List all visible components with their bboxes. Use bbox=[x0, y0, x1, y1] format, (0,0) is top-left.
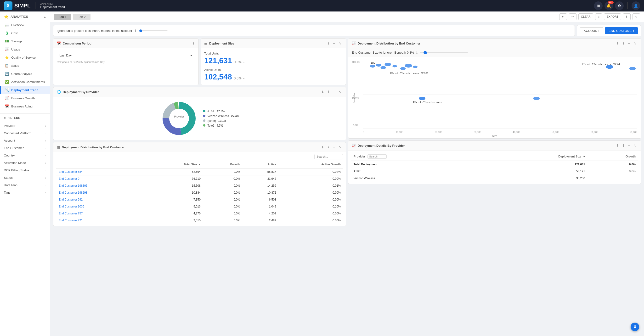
total-units-value: 121,631 0.0% - bbox=[204, 56, 342, 65]
sidebar-item-overview[interactable]: 📊 Overview bbox=[0, 21, 50, 29]
filter-tags[interactable]: Tags › bbox=[0, 189, 50, 196]
x-tick-50k: 50,000 bbox=[552, 131, 559, 134]
export-button[interactable]: EXPORT bbox=[604, 14, 621, 20]
sidebar-item-deployment[interactable]: 📉 Deployment Trend bbox=[0, 86, 50, 94]
svg-point-11 bbox=[380, 66, 386, 69]
table-row: Verizon Wireless 33,230 bbox=[351, 175, 638, 182]
comparison-select[interactable]: Last Day Last Week Last Month Last Quart… bbox=[57, 52, 195, 59]
sidebar-section-header[interactable]: ⭐ ANALYTICS ▲ bbox=[0, 12, 50, 21]
download-button[interactable]: ⬇ bbox=[623, 14, 630, 20]
account-tab[interactable]: ACCOUNT bbox=[580, 27, 603, 34]
table-row: End Customer 684 62,694 0.0% 55,837 0.02… bbox=[56, 168, 343, 176]
chart-info[interactable]: ℹ bbox=[622, 41, 625, 46]
business-growth-icon: 📈 bbox=[4, 96, 9, 100]
chart-download[interactable]: ⬇ bbox=[615, 41, 620, 46]
svg-text:Provider: Provider bbox=[174, 115, 184, 118]
chart-expand[interactable]: ⤡ bbox=[633, 41, 638, 46]
clear-button[interactable]: CLEAR bbox=[578, 14, 593, 20]
filter-end-customer[interactable]: End Customer › bbox=[0, 144, 50, 152]
undo-button[interactable]: ↩ bbox=[559, 14, 567, 20]
details-download[interactable]: ⬇ bbox=[615, 143, 620, 148]
menu-button[interactable]: ≡ bbox=[595, 14, 602, 20]
dist-table-info[interactable]: ℹ bbox=[327, 145, 330, 150]
svg-text:End Customer 692: End Customer 692 bbox=[390, 72, 428, 74]
col-growth[interactable]: Growth bbox=[203, 161, 242, 168]
filter-activation-mode[interactable]: Activation Mode › bbox=[0, 159, 50, 166]
dist-table-search[interactable] bbox=[314, 154, 343, 160]
table-row: AT&T 58,121 0.0% bbox=[351, 168, 638, 175]
sales-icon: 📋 bbox=[4, 64, 9, 68]
dist-table-download[interactable]: ⬇ bbox=[320, 145, 325, 150]
deployment-icon: 📉 bbox=[4, 88, 9, 92]
filter-status[interactable]: Status › bbox=[0, 174, 50, 182]
grid-icon-btn[interactable]: ⊞ bbox=[594, 2, 602, 10]
svg-point-12 bbox=[385, 63, 391, 66]
provider-expand-icon[interactable]: ⤡ bbox=[338, 90, 342, 94]
legend-other: (other) 19.1% bbox=[203, 119, 239, 122]
provider-minus-icon[interactable]: − bbox=[332, 90, 336, 94]
bell-icon-btn[interactable]: 🔔 99+ bbox=[604, 2, 613, 10]
slider-thumb[interactable] bbox=[139, 30, 142, 32]
deployment-dist-table-panel: ▦ Deployment Distribution by End Custome… bbox=[53, 142, 346, 226]
col-growth[interactable]: Growth bbox=[588, 152, 638, 161]
details-expand[interactable]: ⤡ bbox=[633, 143, 638, 148]
dep-size-expand-icon[interactable]: ⤡ bbox=[338, 41, 342, 46]
ignore-info-icon[interactable]: ℹ bbox=[135, 29, 136, 32]
filter-connected-platform[interactable]: Connected Platform › bbox=[0, 130, 50, 137]
filter-rate-plan[interactable]: Rate Plan › bbox=[0, 182, 50, 189]
dist-table-expand[interactable]: ⤡ bbox=[338, 145, 342, 150]
comparison-info-icon[interactable]: ℹ bbox=[192, 41, 195, 46]
provider-search[interactable] bbox=[368, 154, 387, 159]
sidebar-item-business-growth[interactable]: 📈 Business Growth bbox=[0, 94, 50, 102]
size-ignore-info[interactable]: ℹ bbox=[416, 51, 418, 54]
chart-minus[interactable]: − bbox=[627, 41, 631, 46]
table-row: End Customer 757 4,275 0.0% 4,209 0.00% bbox=[56, 210, 343, 217]
filter-provider[interactable]: Provider › bbox=[0, 122, 50, 130]
sidebar-item-sales[interactable]: 📋 Sales bbox=[0, 62, 50, 70]
dep-size-info-icon[interactable]: ℹ bbox=[327, 41, 330, 46]
sidebar-item-churn[interactable]: 🔄 Churn Analysis bbox=[0, 70, 50, 78]
dep-size-minus-icon[interactable]: − bbox=[332, 41, 336, 46]
expand-button[interactable]: ⤡ bbox=[632, 14, 640, 20]
toolbar-tab-2[interactable]: Tab 2 bbox=[73, 14, 90, 20]
grid-list-icon: ☰ bbox=[204, 42, 207, 45]
active-units-label: Active Units bbox=[204, 68, 342, 72]
filter-country[interactable]: Country › bbox=[0, 152, 50, 159]
col-dep-size[interactable]: Deployment Size bbox=[480, 152, 588, 161]
deployment-details-panel: 📈 Deployment Details By Provider ⬇ ℹ − ⤡ bbox=[348, 140, 641, 184]
details-info[interactable]: ℹ bbox=[622, 143, 625, 148]
svg-point-19 bbox=[419, 97, 426, 100]
filter-account[interactable]: Account › bbox=[0, 137, 50, 144]
dist-table-minus[interactable]: − bbox=[332, 145, 336, 150]
toolbar: Tab 1 Tab 2 ↩ ↪ CLEAR ≡ EXPORT ⬇ ⤡ bbox=[50, 12, 644, 22]
ignore-slider[interactable] bbox=[139, 30, 168, 31]
filter-dcp-billing[interactable]: DCP Billing Status › bbox=[0, 166, 50, 174]
toolbar-tab-1[interactable]: Tab 1 bbox=[54, 14, 71, 20]
size-slider-thumb[interactable] bbox=[424, 51, 427, 54]
fab-button[interactable]: ⬇ bbox=[630, 322, 639, 331]
scatter-svg: End Customer 692 En... End Customer ... … bbox=[363, 61, 637, 129]
redo-button[interactable]: ↪ bbox=[569, 14, 576, 20]
col-active-growth[interactable]: Active Growth bbox=[278, 161, 343, 168]
sidebar-item-quality[interactable]: ⭐ Quality of Service bbox=[0, 53, 50, 62]
gear-icon-btn[interactable]: ⚙ bbox=[615, 2, 624, 10]
user-icon-btn[interactable]: 👤 bbox=[632, 2, 640, 10]
sidebar-item-cost[interactable]: 💲 Cost bbox=[0, 29, 50, 37]
provider-info-icon[interactable]: ℹ bbox=[327, 90, 330, 94]
details-minus[interactable]: − bbox=[627, 143, 631, 148]
table-row: End Customer 0 36,710 -0.0% 31,942 0.00% bbox=[56, 176, 343, 182]
sidebar-item-usage[interactable]: 📈 Usage bbox=[0, 45, 50, 53]
sidebar-item-savings[interactable]: 💵 Savings bbox=[0, 37, 50, 45]
provider-download-icon[interactable]: ⬇ bbox=[320, 90, 325, 94]
sidebar-item-business-aging[interactable]: 📅 Business Aging bbox=[0, 102, 50, 110]
chevron-right-icon: › bbox=[45, 162, 46, 164]
col-total-size[interactable]: Total Size bbox=[145, 161, 203, 168]
y-tick-100: 100.0% bbox=[352, 61, 360, 64]
end-customer-tab[interactable]: END CUSTOMER bbox=[605, 27, 638, 34]
size-slider[interactable] bbox=[420, 52, 468, 53]
col-active[interactable]: Active bbox=[242, 161, 279, 168]
sidebar-item-activation[interactable]: ✅ Activation Commitments bbox=[0, 78, 50, 86]
table-row: End Customer 692 7,350 0.0% 6,508 0.00% bbox=[56, 196, 343, 203]
table-row: End Customer 721 2,515 0.0% 2,482 0.00% bbox=[56, 217, 343, 224]
usage-icon: 📈 bbox=[4, 48, 9, 51]
